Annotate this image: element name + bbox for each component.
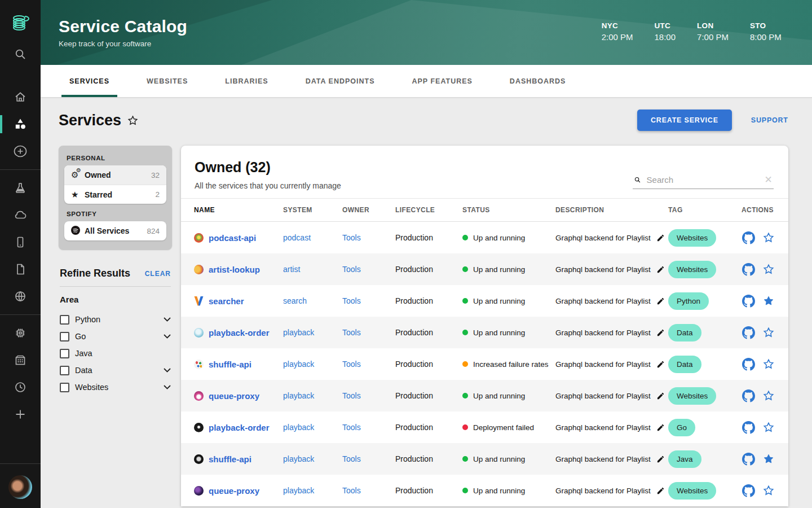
service-name-link[interactable]: playback-order (209, 328, 270, 338)
tab-libraries[interactable]: LIBRARIES (217, 65, 276, 97)
star-icon[interactable] (762, 231, 775, 244)
create-service-button[interactable]: CREATE SERVICE (637, 110, 732, 131)
edit-description-icon[interactable] (656, 360, 665, 369)
sidebar-tech-icon[interactable] (0, 319, 41, 347)
chevron-down-icon[interactable] (164, 334, 171, 339)
app-title: Service Catalog (59, 17, 187, 36)
chevron-down-icon[interactable] (164, 317, 171, 322)
star-icon[interactable] (762, 358, 775, 370)
tab-data-endpoints[interactable]: DATA ENDPOINTS (298, 65, 383, 97)
github-icon[interactable] (742, 231, 755, 244)
github-icon[interactable] (742, 484, 755, 497)
star-icon[interactable] (762, 421, 775, 433)
chevron-down-icon[interactable] (164, 385, 171, 389)
sidebar-docs-icon[interactable] (0, 256, 41, 283)
tab-dashboards[interactable]: DASHBOARDS (502, 65, 574, 97)
edit-description-icon[interactable] (656, 487, 665, 495)
lifecycle-value: Production (395, 328, 462, 337)
owner-link[interactable]: Tools (342, 328, 361, 337)
checkbox[interactable] (60, 332, 69, 341)
github-icon[interactable] (742, 453, 755, 466)
service-name-link[interactable]: playback-order (209, 423, 270, 432)
system-link[interactable]: playback (283, 328, 314, 337)
github-icon[interactable] (742, 263, 755, 276)
edit-description-icon[interactable] (656, 329, 665, 337)
system-link[interactable]: playback (283, 423, 314, 432)
star-icon[interactable] (762, 326, 775, 339)
filter-item-owned[interactable]: ⚙⚙Owned32 (64, 165, 166, 185)
favorite-page-icon[interactable] (127, 115, 139, 126)
owner-link[interactable]: Tools (342, 454, 361, 463)
clear-filters-link[interactable]: CLEAR (145, 270, 171, 278)
service-icon (194, 265, 204, 274)
sidebar-cloud-icon[interactable] (0, 202, 41, 229)
sidebar (0, 0, 41, 508)
sidebar-mobile-icon[interactable] (0, 229, 41, 256)
owner-link[interactable]: Tools (342, 423, 361, 432)
owner-link[interactable]: Tools (342, 265, 361, 274)
filter-item-starred[interactable]: ★Starred2 (64, 185, 166, 204)
checkbox[interactable] (60, 315, 69, 325)
owner-link[interactable]: Tools (342, 233, 361, 242)
service-name-link[interactable]: artist-lookup (209, 265, 260, 274)
edit-description-icon[interactable] (656, 297, 665, 305)
owner-link[interactable]: Tools (342, 296, 361, 305)
service-name-link[interactable]: shuffle-api (209, 360, 251, 369)
star-icon[interactable] (762, 263, 775, 275)
github-icon[interactable] (742, 421, 755, 434)
github-icon[interactable] (742, 389, 755, 402)
github-icon[interactable] (742, 326, 755, 339)
checkbox[interactable] (60, 366, 69, 375)
owner-link[interactable]: Tools (342, 360, 361, 369)
system-link[interactable]: playback (283, 454, 314, 463)
service-name-link[interactable]: podcast-api (209, 233, 256, 243)
edit-description-icon[interactable] (656, 455, 665, 463)
service-name-link[interactable]: searcher (209, 296, 244, 306)
description-text: Graphql backend for Playlist (555, 234, 651, 242)
checkbox[interactable] (60, 349, 69, 358)
owner-link[interactable]: Tools (342, 391, 361, 400)
sidebar-home-icon[interactable] (0, 84, 41, 111)
clear-search-icon[interactable]: ✕ (765, 175, 773, 185)
tab-app-features[interactable]: APP FEATURES (404, 65, 480, 97)
sidebar-web-icon[interactable] (0, 283, 41, 310)
status-dot (462, 235, 468, 240)
status-dot (462, 393, 468, 398)
backstage-logo-icon[interactable] (0, 5, 41, 41)
edit-description-icon[interactable] (656, 392, 665, 400)
system-link[interactable]: artist (283, 265, 300, 274)
tab-websites[interactable]: WEBSITES (139, 65, 196, 97)
star-icon[interactable] (762, 295, 775, 307)
system-link[interactable]: playback (283, 391, 314, 400)
system-link[interactable]: playback (283, 360, 314, 369)
sidebar-org-icon[interactable] (0, 347, 41, 374)
user-avatar[interactable] (8, 475, 32, 499)
checkbox[interactable] (60, 383, 69, 392)
sidebar-add-icon[interactable] (0, 401, 41, 428)
sidebar-catalog-icon[interactable] (0, 111, 41, 138)
system-link[interactable]: playback (283, 486, 314, 495)
sidebar-time-icon[interactable] (0, 374, 41, 401)
sidebar-explore-icon[interactable] (0, 174, 41, 202)
star-icon[interactable] (762, 484, 775, 497)
star-icon[interactable] (762, 453, 775, 465)
tab-services[interactable]: SERVICES (61, 65, 117, 97)
service-name-link[interactable]: queue-proxy (209, 391, 259, 401)
sidebar-create-icon[interactable] (0, 138, 41, 165)
chevron-down-icon[interactable] (164, 368, 171, 373)
filter-item-all-services[interactable]: All Services824 (64, 221, 166, 240)
sidebar-search-icon[interactable] (0, 41, 41, 68)
service-name-link[interactable]: shuffle-api (209, 454, 251, 464)
service-name-link[interactable]: queue-proxy (209, 486, 259, 496)
edit-description-icon[interactable] (656, 234, 665, 242)
system-link[interactable]: search (283, 296, 307, 305)
star-icon[interactable] (762, 389, 775, 402)
search-input[interactable] (647, 175, 759, 185)
edit-description-icon[interactable] (656, 265, 665, 274)
system-link[interactable]: podcast (283, 233, 311, 242)
github-icon[interactable] (742, 295, 755, 308)
edit-description-icon[interactable] (656, 423, 665, 432)
github-icon[interactable] (742, 358, 755, 371)
owner-link[interactable]: Tools (342, 486, 361, 495)
support-link[interactable]: SUPPORT (751, 116, 788, 124)
